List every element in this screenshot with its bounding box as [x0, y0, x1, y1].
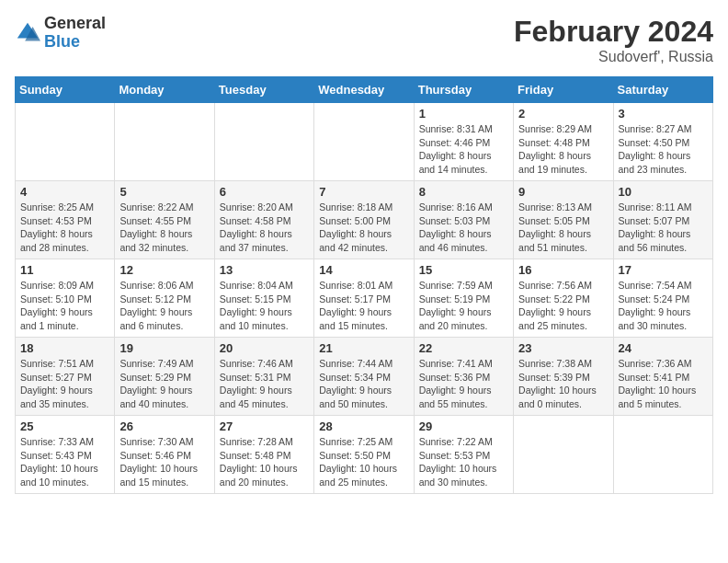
- logo-icon: [15, 20, 40, 46]
- calendar-cell: 27Sunrise: 7:28 AM Sunset: 5:48 PM Dayli…: [214, 416, 313, 494]
- subtitle: Sudoverf', Russia: [514, 49, 713, 65]
- calendar-cell: 10Sunrise: 8:11 AM Sunset: 5:07 PM Dayli…: [613, 181, 712, 259]
- calendar-cell: 16Sunrise: 7:56 AM Sunset: 5:22 PM Dayli…: [514, 259, 613, 338]
- calendar-cell: 18Sunrise: 7:51 AM Sunset: 5:27 PM Dayli…: [16, 338, 115, 416]
- week-row-1: 1Sunrise: 8:31 AM Sunset: 4:46 PM Daylig…: [16, 103, 713, 181]
- day-info: Sunrise: 7:25 AM Sunset: 5:50 PM Dayligh…: [319, 435, 408, 489]
- day-number: 27: [220, 419, 309, 433]
- day-number: 9: [518, 185, 608, 199]
- day-info: Sunrise: 7:56 AM Sunset: 5:22 PM Dayligh…: [518, 279, 608, 333]
- calendar-cell: 28Sunrise: 7:25 AM Sunset: 5:50 PM Dayli…: [314, 416, 414, 494]
- main-title: February 2024: [514, 15, 713, 49]
- day-info: Sunrise: 8:20 AM Sunset: 4:58 PM Dayligh…: [220, 201, 309, 255]
- calendar-cell: [214, 103, 313, 181]
- calendar-cell: 3Sunrise: 8:27 AM Sunset: 4:50 PM Daylig…: [613, 103, 712, 181]
- day-info: Sunrise: 8:09 AM Sunset: 5:10 PM Dayligh…: [20, 279, 109, 333]
- calendar-cell: 17Sunrise: 7:54 AM Sunset: 5:24 PM Dayli…: [613, 259, 712, 338]
- day-number: 26: [119, 419, 209, 433]
- day-number: 16: [518, 263, 608, 277]
- calendar-cell: [514, 416, 613, 494]
- calendar-cell: 1Sunrise: 8:31 AM Sunset: 4:46 PM Daylig…: [414, 103, 513, 181]
- calendar-cell: 9Sunrise: 8:13 AM Sunset: 5:05 PM Daylig…: [514, 181, 613, 259]
- day-number: 12: [119, 263, 209, 277]
- day-number: 28: [319, 419, 408, 433]
- calendar-cell: 25Sunrise: 7:33 AM Sunset: 5:43 PM Dayli…: [16, 416, 115, 494]
- week-row-3: 11Sunrise: 8:09 AM Sunset: 5:10 PM Dayli…: [16, 259, 713, 338]
- calendar-cell: 6Sunrise: 8:20 AM Sunset: 4:58 PM Daylig…: [214, 181, 313, 259]
- title-block: February 2024 Sudoverf', Russia: [514, 15, 713, 65]
- header-wednesday: Wednesday: [314, 77, 414, 103]
- header-thursday: Thursday: [414, 77, 513, 103]
- day-number: 3: [619, 107, 708, 121]
- calendar-cell: 15Sunrise: 7:59 AM Sunset: 5:19 PM Dayli…: [414, 259, 513, 338]
- calendar-cell: 2Sunrise: 8:29 AM Sunset: 4:48 PM Daylig…: [514, 103, 613, 181]
- day-info: Sunrise: 8:13 AM Sunset: 5:05 PM Dayligh…: [518, 201, 608, 255]
- header-friday: Friday: [514, 77, 613, 103]
- calendar-cell: 24Sunrise: 7:36 AM Sunset: 5:41 PM Dayli…: [613, 338, 712, 416]
- day-info: Sunrise: 7:44 AM Sunset: 5:34 PM Dayligh…: [319, 357, 408, 411]
- day-number: 24: [619, 341, 708, 355]
- day-number: 29: [419, 419, 508, 433]
- calendar-cell: 12Sunrise: 8:06 AM Sunset: 5:12 PM Dayli…: [115, 259, 214, 338]
- day-info: Sunrise: 7:38 AM Sunset: 5:39 PM Dayligh…: [518, 357, 608, 411]
- calendar-cell: [115, 103, 214, 181]
- header-row: SundayMondayTuesdayWednesdayThursdayFrid…: [16, 77, 713, 103]
- calendar-cell: 8Sunrise: 8:16 AM Sunset: 5:03 PM Daylig…: [414, 181, 513, 259]
- logo: General Blue: [15, 15, 106, 52]
- day-info: Sunrise: 7:30 AM Sunset: 5:46 PM Dayligh…: [119, 435, 209, 489]
- week-row-4: 18Sunrise: 7:51 AM Sunset: 5:27 PM Dayli…: [16, 338, 713, 416]
- day-number: 14: [319, 263, 408, 277]
- day-info: Sunrise: 7:49 AM Sunset: 5:29 PM Dayligh…: [119, 357, 209, 411]
- logo-general: General: [44, 15, 106, 33]
- calendar-cell: 19Sunrise: 7:49 AM Sunset: 5:29 PM Dayli…: [115, 338, 214, 416]
- day-info: Sunrise: 8:18 AM Sunset: 5:00 PM Dayligh…: [319, 201, 408, 255]
- day-info: Sunrise: 7:33 AM Sunset: 5:43 PM Dayligh…: [20, 435, 109, 489]
- day-info: Sunrise: 8:22 AM Sunset: 4:55 PM Dayligh…: [119, 201, 209, 255]
- day-info: Sunrise: 8:31 AM Sunset: 4:46 PM Dayligh…: [419, 122, 508, 177]
- day-info: Sunrise: 7:51 AM Sunset: 5:27 PM Dayligh…: [20, 357, 109, 411]
- header-sunday: Sunday: [16, 77, 115, 103]
- day-info: Sunrise: 7:36 AM Sunset: 5:41 PM Dayligh…: [619, 357, 708, 411]
- day-info: Sunrise: 7:46 AM Sunset: 5:31 PM Dayligh…: [220, 357, 309, 411]
- day-number: 8: [419, 185, 508, 199]
- week-row-5: 25Sunrise: 7:33 AM Sunset: 5:43 PM Dayli…: [16, 416, 713, 494]
- day-number: 23: [518, 341, 608, 355]
- calendar-table: SundayMondayTuesdayWednesdayThursdayFrid…: [15, 76, 713, 494]
- day-info: Sunrise: 7:41 AM Sunset: 5:36 PM Dayligh…: [419, 357, 508, 411]
- day-number: 5: [119, 185, 209, 199]
- day-info: Sunrise: 7:22 AM Sunset: 5:53 PM Dayligh…: [419, 435, 508, 489]
- calendar-cell: 11Sunrise: 8:09 AM Sunset: 5:10 PM Dayli…: [16, 259, 115, 338]
- day-number: 6: [220, 185, 309, 199]
- day-info: Sunrise: 7:54 AM Sunset: 5:24 PM Dayligh…: [619, 279, 708, 333]
- calendar-cell: 5Sunrise: 8:22 AM Sunset: 4:55 PM Daylig…: [115, 181, 214, 259]
- header-tuesday: Tuesday: [214, 77, 313, 103]
- day-number: 21: [319, 341, 408, 355]
- day-info: Sunrise: 8:01 AM Sunset: 5:17 PM Dayligh…: [319, 279, 408, 333]
- calendar-cell: 23Sunrise: 7:38 AM Sunset: 5:39 PM Dayli…: [514, 338, 613, 416]
- calendar-cell: 20Sunrise: 7:46 AM Sunset: 5:31 PM Dayli…: [214, 338, 313, 416]
- day-number: 25: [20, 419, 109, 433]
- page-header: General Blue February 2024 Sudoverf', Ru…: [15, 15, 713, 65]
- day-info: Sunrise: 8:04 AM Sunset: 5:15 PM Dayligh…: [220, 279, 309, 333]
- calendar-cell: 29Sunrise: 7:22 AM Sunset: 5:53 PM Dayli…: [414, 416, 513, 494]
- logo-blue: Blue: [44, 33, 106, 52]
- week-row-2: 4Sunrise: 8:25 AM Sunset: 4:53 PM Daylig…: [16, 181, 713, 259]
- header-saturday: Saturday: [613, 77, 712, 103]
- day-info: Sunrise: 8:16 AM Sunset: 5:03 PM Dayligh…: [419, 201, 508, 255]
- day-number: 19: [119, 341, 209, 355]
- day-number: 18: [20, 341, 109, 355]
- day-info: Sunrise: 8:06 AM Sunset: 5:12 PM Dayligh…: [119, 279, 209, 333]
- header-monday: Monday: [115, 77, 214, 103]
- day-info: Sunrise: 8:29 AM Sunset: 4:48 PM Dayligh…: [518, 122, 608, 177]
- day-number: 17: [619, 263, 708, 277]
- calendar-cell: 22Sunrise: 7:41 AM Sunset: 5:36 PM Dayli…: [414, 338, 513, 416]
- calendar-cell: 7Sunrise: 8:18 AM Sunset: 5:00 PM Daylig…: [314, 181, 414, 259]
- day-number: 1: [419, 107, 508, 121]
- calendar-cell: [613, 416, 712, 494]
- day-number: 10: [619, 185, 708, 199]
- calendar-cell: [16, 103, 115, 181]
- day-info: Sunrise: 8:25 AM Sunset: 4:53 PM Dayligh…: [20, 201, 109, 255]
- day-number: 22: [419, 341, 508, 355]
- calendar-cell: 13Sunrise: 8:04 AM Sunset: 5:15 PM Dayli…: [214, 259, 313, 338]
- day-info: Sunrise: 8:11 AM Sunset: 5:07 PM Dayligh…: [619, 201, 708, 255]
